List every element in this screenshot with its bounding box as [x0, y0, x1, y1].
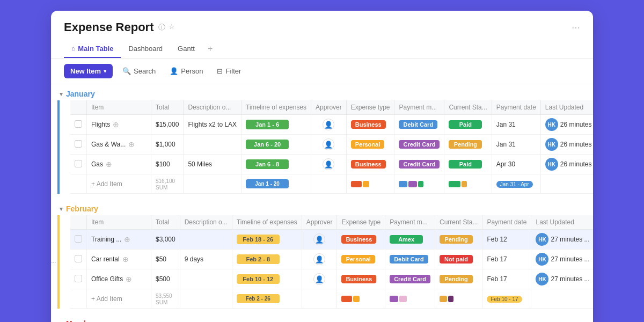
avatar: HK: [545, 158, 558, 171]
row-checkbox[interactable]: [75, 275, 82, 282]
row-checkbox[interactable]: [75, 235, 82, 243]
group-february-title: February: [66, 204, 98, 213]
last-updated-cell: HK 26 minutes ...: [541, 115, 593, 134]
approver-avatar: 👤: [313, 253, 325, 265]
table-row: Car rental⊕ $50 9 days Feb 2 - 8 👤 Perso…: [70, 250, 593, 269]
row-checkbox[interactable]: [75, 255, 82, 262]
payment-date-cell: Feb 17: [482, 250, 531, 269]
add-item-row[interactable]: + Add Item $16,100SUM Jan 1 - 20: [70, 174, 593, 194]
payment-method-badge: Debit Card: [390, 255, 428, 264]
col-timeline-header: Timeline of expenses: [232, 215, 302, 230]
total-cell: $100: [151, 155, 184, 174]
row-checkbox[interactable]: [75, 140, 82, 148]
person-filter-button[interactable]: 👤 Person: [165, 64, 207, 78]
header-more-icon[interactable]: ⋯: [572, 23, 580, 33]
group-february-header[interactable]: ▾ February: [51, 199, 593, 215]
status-badge: Paid: [449, 160, 482, 169]
last-updated-cell: HK 27 minutes ...: [531, 269, 593, 289]
item-name: Flights⊕: [91, 120, 147, 129]
add-row-icon[interactable]: ⊕: [124, 235, 130, 244]
status-badge: Pending: [449, 140, 482, 149]
expense-type-badge: Business: [341, 235, 376, 244]
summary-timeline: Feb 2 - 26: [237, 294, 280, 303]
row-checkbox[interactable]: [75, 120, 82, 128]
col-approver-header: Approver: [311, 100, 347, 115]
approver-avatar: 👤: [323, 119, 334, 130]
add-row-icon[interactable]: ⊕: [122, 255, 129, 264]
add-item-label[interactable]: + Add Item: [87, 174, 151, 194]
col-item-header: Item: [87, 215, 151, 230]
desc-cell: Flights x2 to LAX: [184, 115, 241, 135]
group-march-chevron-icon: ▾: [60, 320, 63, 323]
payment-date-cell: Feb 12: [482, 230, 531, 250]
approver-avatar: 👤: [323, 158, 334, 170]
row-checkbox[interactable]: [75, 160, 82, 167]
add-item-label[interactable]: + Add Item: [87, 289, 151, 309]
app-container: Expense Report ⓘ ☆ ⋯ ⌂ Main Table Dashbo…: [51, 11, 593, 322]
approver-avatar: 👤: [313, 233, 325, 245]
item-name: Office Gifts⊕: [91, 275, 147, 283]
status-badge: Not paid: [440, 255, 473, 264]
payment-date-cell: Apr 30: [492, 155, 540, 174]
timeline-bar: Feb 10 - 12: [237, 274, 280, 284]
add-row-icon[interactable]: ⊕: [106, 160, 112, 169]
add-row-icon[interactable]: ⊕: [126, 275, 132, 283]
payment-method-badge: Credit Card: [399, 140, 440, 149]
total-cell: $3,000: [151, 230, 180, 250]
total-cell: $500: [151, 269, 180, 289]
payment-method-badge: Credit Card: [390, 275, 430, 283]
item-name: Gas & Wa...⊕: [91, 140, 147, 149]
desc-cell: [180, 269, 232, 289]
table-row: Gas & Wa...⊕ $1,000 Jan 6 - 20 👤 Persona…: [70, 135, 593, 155]
avatar: HK: [545, 118, 558, 131]
last-updated-cell: HK 26 minutes ...: [541, 135, 593, 154]
title-row: Expense Report ⓘ ☆ ⋯: [64, 20, 580, 34]
summary-date-badge: Jan 31 - Apr: [496, 181, 533, 188]
group-february: ▾ February ··· Item Total Description o.…: [51, 199, 593, 309]
col-expense-header: Expense type: [337, 215, 385, 230]
add-row-icon[interactable]: ⊕: [113, 120, 119, 129]
tab-main-table[interactable]: ⌂ Main Table: [64, 40, 121, 58]
new-item-button[interactable]: New Item ▾: [64, 64, 113, 78]
group-january: ▾ January Item Total Description o... Ti…: [51, 84, 593, 194]
expense-type-badge: Personal: [351, 140, 384, 149]
page-title: Expense Report: [64, 20, 154, 34]
last-updated-cell: HK 27 minutes ...: [531, 230, 593, 249]
col-updated-header: Last Updated: [540, 100, 593, 115]
february-header-row: Item Total Description o... Timeline of …: [70, 215, 593, 230]
tab-dashboard[interactable]: Dashboard: [121, 40, 170, 58]
add-row-icon[interactable]: ⊕: [128, 140, 135, 149]
payment-method-badge: Debit Card: [399, 120, 437, 129]
item-name: Car rental⊕: [91, 255, 147, 264]
group-march-header[interactable]: ▾ March: [51, 314, 593, 322]
group-january-header[interactable]: ▾ January: [51, 84, 593, 100]
payment-date-cell: Feb 17: [482, 269, 531, 289]
col-payment-header: Payment m...: [385, 215, 435, 230]
timeline-bar: Feb 18 - 26: [237, 235, 280, 244]
tab-gantt[interactable]: Gantt: [170, 40, 202, 58]
status-badge: Paid: [449, 120, 482, 129]
col-expense-header: Expense type: [346, 100, 394, 115]
expense-type-badge: Business: [341, 275, 376, 283]
col-desc-header: Description o...: [180, 215, 232, 230]
payment-date-cell: Jan 31: [492, 135, 540, 155]
tab-add-button[interactable]: +: [202, 40, 218, 58]
table-row: Gas⊕ $100 50 Miles Jan 6 - 8 👤 Business …: [70, 155, 593, 174]
star-icon[interactable]: ☆: [169, 23, 175, 32]
home-icon: ⌂: [71, 45, 75, 52]
add-item-row[interactable]: + Add Item $3,550SUM Feb 2 - 26: [70, 289, 593, 309]
search-icon: 🔍: [122, 67, 131, 75]
info-icon[interactable]: ⓘ: [158, 23, 165, 32]
tabs-bar: ⌂ Main Table Dashboard Gantt +: [64, 40, 580, 58]
total-cell: $50: [151, 250, 180, 269]
payment-date-cell: Jan 31: [492, 115, 540, 135]
filter-button[interactable]: ⊟ Filter: [213, 64, 245, 78]
content-area: ▾ January Item Total Description o... Ti…: [51, 84, 593, 322]
col-total-header: Total: [151, 215, 180, 230]
search-button[interactable]: 🔍 Search: [118, 64, 160, 78]
group-more-icon[interactable]: ···: [51, 258, 56, 266]
col-status-header: Current Sta...: [444, 100, 492, 115]
filter-icon: ⊟: [217, 67, 223, 75]
item-name: Training ...⊕: [91, 235, 147, 244]
approver-avatar: 👤: [313, 273, 325, 285]
